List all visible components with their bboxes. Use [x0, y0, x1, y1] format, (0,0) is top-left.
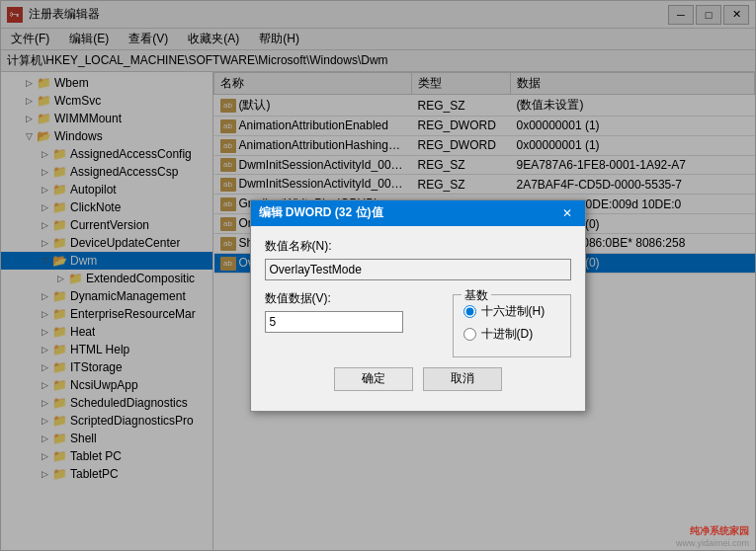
edit-dword-dialog: 编辑 DWORD (32 位)值 ✕ 数值名称(N): 数值数据(V): 基数: [250, 199, 586, 412]
name-section: 数值名称(N):: [265, 238, 571, 280]
modal-overlay: 编辑 DWORD (32 位)值 ✕ 数值名称(N): 数值数据(V): 基数: [1, 1, 755, 550]
name-label: 数值名称(N):: [265, 238, 571, 255]
name-input[interactable]: [265, 259, 571, 280]
data-value-input[interactable]: [265, 311, 403, 333]
dec-radio[interactable]: [463, 328, 476, 341]
dec-radio-label: 十进制(D): [481, 326, 534, 343]
data-row: 数值数据(V): 基数 十六进制(H) 十进制(D): [265, 290, 571, 357]
base-group-title: 基数: [462, 287, 491, 304]
dialog-body: 数值名称(N): 数值数据(V): 基数 十六进制(H): [251, 226, 585, 411]
dialog-close-button[interactable]: ✕: [557, 204, 577, 222]
base-section: 基数 十六进制(H) 十进制(D): [453, 290, 571, 357]
ok-button[interactable]: 确定: [334, 367, 413, 391]
dec-radio-item[interactable]: 十进制(D): [463, 326, 560, 343]
base-group-box: 基数 十六进制(H) 十进制(D): [453, 294, 571, 357]
data-section: 数值数据(V):: [265, 290, 439, 333]
cancel-button[interactable]: 取消: [423, 367, 502, 391]
data-label: 数值数据(V):: [265, 290, 439, 307]
hex-radio[interactable]: [463, 305, 476, 318]
watermark: 纯净系统家园 www.yidaimei.com: [676, 524, 749, 548]
hex-radio-item[interactable]: 十六进制(H): [463, 303, 560, 320]
main-window: 🗝 注册表编辑器 ─ □ ✕ 文件(F) 编辑(E) 查看(V) 收藏夹(A) …: [0, 0, 756, 551]
hex-radio-label: 十六进制(H): [481, 303, 546, 320]
dialog-title-bar: 编辑 DWORD (32 位)值 ✕: [251, 200, 585, 226]
dialog-buttons: 确定 取消: [265, 367, 571, 399]
dialog-title: 编辑 DWORD (32 位)值: [259, 204, 383, 221]
